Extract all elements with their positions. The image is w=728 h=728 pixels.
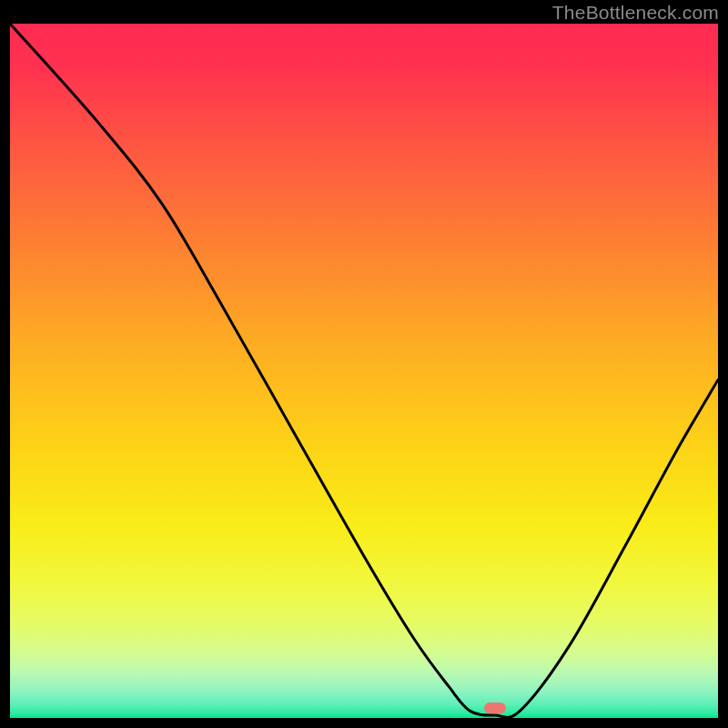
bottleneck-curve xyxy=(10,24,718,718)
chart-frame: TheBottleneck.com xyxy=(0,0,728,728)
plot-area xyxy=(10,24,718,718)
watermark-label: TheBottleneck.com xyxy=(552,2,719,24)
optimum-marker xyxy=(484,703,506,713)
